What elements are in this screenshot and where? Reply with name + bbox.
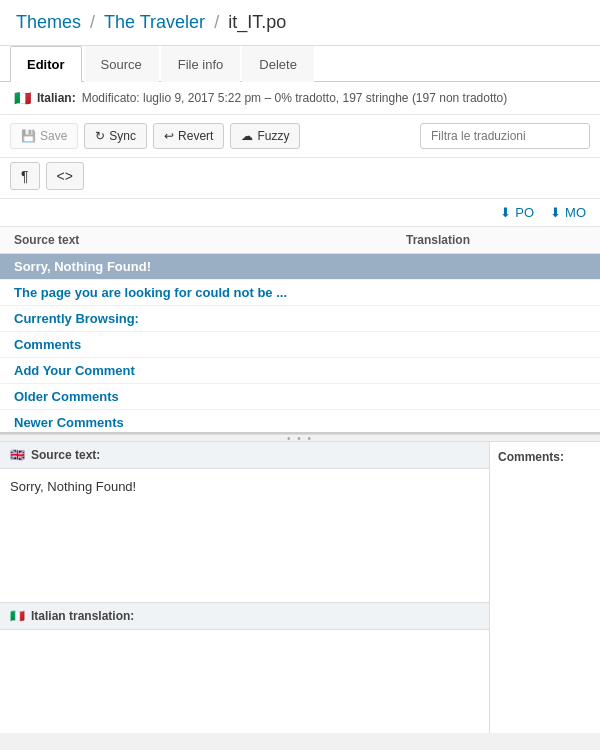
table-header: Source text Translation: [0, 227, 600, 254]
breadcrumb-file: it_IT.po: [228, 12, 286, 32]
code-icon: <>: [57, 168, 73, 184]
tab-source[interactable]: Source: [84, 46, 159, 82]
row-text: Add Your Comment: [14, 363, 135, 378]
translation-flag-icon: 🇮🇹: [10, 609, 25, 623]
pilcrow-button[interactable]: ¶: [10, 162, 40, 190]
editor-main: 🇬🇧 Source text: 🇮🇹 Italian translation:: [0, 442, 490, 733]
translation-row[interactable]: Newer Comments: [0, 410, 600, 434]
source-header-label: Source text:: [31, 448, 100, 462]
download-mo-icon: ⬇: [550, 205, 561, 220]
row-text: Newer Comments: [14, 415, 124, 430]
code-button[interactable]: <>: [46, 162, 84, 190]
row-text: Currently Browsing:: [14, 311, 139, 326]
translation-row[interactable]: The page you are looking for could not b…: [0, 280, 600, 306]
tabs-bar: Editor Source File info Delete: [0, 46, 600, 82]
tab-editor[interactable]: Editor: [10, 46, 82, 82]
translation-list[interactable]: Sorry, Nothing Found!The page you are lo…: [0, 254, 600, 434]
save-label: Save: [40, 129, 67, 143]
translation-row[interactable]: Sorry, Nothing Found!: [0, 254, 600, 280]
fuzzy-label: Fuzzy: [257, 129, 289, 143]
breadcrumb-sep-1: /: [90, 12, 100, 32]
filter-input[interactable]: [420, 123, 590, 149]
breadcrumb-sep-2: /: [214, 12, 224, 32]
language-label: Italian:: [37, 91, 76, 105]
save-button[interactable]: 💾 Save: [10, 123, 78, 149]
translation-section: 🇮🇹 Italian translation:: [0, 602, 489, 733]
toolbar-row2: ¶ <>: [0, 158, 600, 199]
save-icon: 💾: [21, 129, 36, 143]
download-po-icon: ⬇: [500, 205, 511, 220]
status-details: Modificato: luglio 9, 2017 5:22 pm – 0% …: [82, 91, 508, 105]
download-po-label: PO: [515, 205, 534, 220]
revert-icon: ↩: [164, 129, 174, 143]
col-translation-header: Translation: [406, 233, 586, 247]
translation-textarea[interactable]: [0, 630, 489, 730]
toolbar: 💾 Save ↻ Sync ↩ Revert ☁ Fuzzy: [0, 115, 600, 158]
row-text: The page you are looking for could not b…: [14, 285, 287, 300]
breadcrumb: Themes / The Traveler / it_IT.po: [0, 0, 600, 46]
translation-row[interactable]: Add Your Comment: [0, 358, 600, 384]
translation-header-label: Italian translation:: [31, 609, 134, 623]
translation-row[interactable]: Comments: [0, 332, 600, 358]
translation-row[interactable]: Older Comments: [0, 384, 600, 410]
download-po[interactable]: ⬇ PO: [500, 205, 534, 220]
pilcrow-icon: ¶: [21, 168, 29, 184]
status-bar: 🇮🇹 Italian: Modificato: luglio 9, 2017 5…: [0, 82, 600, 115]
translation-section-header: 🇮🇹 Italian translation:: [0, 603, 489, 630]
row-text: Sorry, Nothing Found!: [14, 259, 151, 274]
fuzzy-button[interactable]: ☁ Fuzzy: [230, 123, 300, 149]
download-mo-label: MO: [565, 205, 586, 220]
source-flag-icon: 🇬🇧: [10, 448, 25, 462]
row-text: Comments: [14, 337, 81, 352]
comments-label: Comments:: [498, 450, 592, 464]
col-source-header: Source text: [14, 233, 406, 247]
sync-button[interactable]: ↻ Sync: [84, 123, 147, 149]
revert-label: Revert: [178, 129, 213, 143]
source-section-header: 🇬🇧 Source text:: [0, 442, 489, 469]
breadcrumb-traveler[interactable]: The Traveler: [104, 12, 205, 32]
editor-bottom: 🇬🇧 Source text: 🇮🇹 Italian translation: …: [0, 442, 600, 733]
editor-comments: Comments:: [490, 442, 600, 733]
resize-handle[interactable]: • • •: [0, 434, 600, 442]
tab-delete[interactable]: Delete: [242, 46, 314, 82]
tab-fileinfo[interactable]: File info: [161, 46, 241, 82]
breadcrumb-themes[interactable]: Themes: [16, 12, 81, 32]
source-textarea[interactable]: [0, 469, 489, 599]
language-flag: 🇮🇹: [14, 90, 31, 106]
sync-label: Sync: [109, 129, 136, 143]
translation-row[interactable]: Currently Browsing:: [0, 306, 600, 332]
row-text: Older Comments: [14, 389, 119, 404]
download-mo[interactable]: ⬇ MO: [550, 205, 586, 220]
cloud-icon: ☁: [241, 129, 253, 143]
download-bar: ⬇ PO ⬇ MO: [0, 199, 600, 227]
sync-icon: ↻: [95, 129, 105, 143]
revert-button[interactable]: ↩ Revert: [153, 123, 224, 149]
